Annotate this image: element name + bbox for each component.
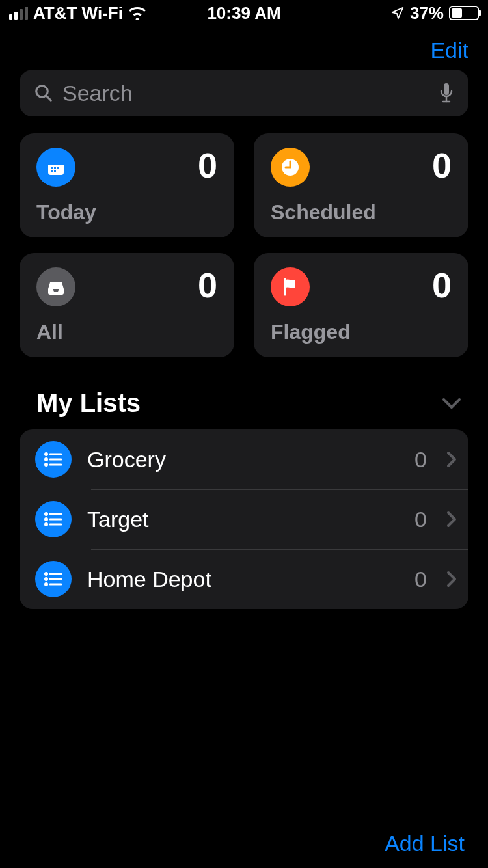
list-count: 0 <box>414 507 427 532</box>
status-bar: AT&T Wi-Fi 10:39 AM 37% <box>0 0 488 26</box>
svg-point-22 <box>46 519 47 521</box>
tile-flagged[interactable]: 0 Flagged <box>254 253 468 357</box>
svg-point-16 <box>46 459 47 461</box>
search-icon <box>34 83 53 103</box>
cell-signal-icon <box>9 7 28 20</box>
svg-rect-9 <box>54 167 56 169</box>
tile-today[interactable]: 0 Today <box>20 133 234 237</box>
list-row[interactable]: Home Depot 0 <box>20 549 468 609</box>
list-icon <box>35 561 72 597</box>
inbox-icon <box>36 267 75 306</box>
battery-icon <box>449 6 479 20</box>
svg-rect-11 <box>51 170 53 172</box>
list-name: Target <box>87 507 399 532</box>
tile-flagged-count: 0 <box>432 267 452 303</box>
clock-icon <box>271 148 310 187</box>
tile-scheduled[interactable]: 0 Scheduled <box>254 133 468 237</box>
tile-today-label: Today <box>36 200 217 224</box>
chevron-right-icon <box>446 511 457 528</box>
chevron-right-icon <box>446 451 457 468</box>
svg-rect-2 <box>444 83 449 95</box>
list-icon <box>35 441 72 478</box>
tile-all-count: 0 <box>198 267 217 303</box>
list-row[interactable]: Grocery 0 <box>20 429 468 489</box>
svg-rect-6 <box>48 161 64 165</box>
tile-scheduled-label: Scheduled <box>271 200 452 224</box>
tile-all[interactable]: 0 All <box>20 253 234 357</box>
list-icon <box>35 501 72 537</box>
carrier-label: AT&T Wi-Fi <box>33 3 123 23</box>
svg-point-24 <box>46 524 47 526</box>
chevron-right-icon <box>446 571 457 588</box>
tile-all-label: All <box>36 320 217 344</box>
svg-point-14 <box>46 454 47 455</box>
search-field[interactable] <box>20 70 468 116</box>
list-row[interactable]: Target 0 <box>20 489 468 549</box>
tile-today-count: 0 <box>198 148 217 183</box>
edit-button[interactable]: Edit <box>430 38 468 63</box>
tile-flagged-label: Flagged <box>271 320 452 344</box>
list-group: Grocery 0 Target 0 Home Depot 0 <box>20 429 468 609</box>
svg-point-18 <box>46 464 47 466</box>
tile-scheduled-count: 0 <box>432 148 452 183</box>
svg-point-20 <box>46 513 47 515</box>
battery-pct-label: 37% <box>410 3 444 23</box>
svg-point-26 <box>46 573 47 575</box>
list-name: Home Depot <box>87 567 399 592</box>
my-lists-heading: My Lists <box>36 388 141 418</box>
svg-rect-12 <box>54 170 56 172</box>
chevron-down-icon[interactable] <box>441 397 462 410</box>
wifi-icon <box>128 6 146 20</box>
svg-rect-8 <box>51 167 53 169</box>
flag-icon <box>271 267 310 306</box>
svg-point-28 <box>46 578 47 580</box>
search-input[interactable] <box>62 81 429 106</box>
svg-line-1 <box>46 96 51 100</box>
list-count: 0 <box>414 567 427 592</box>
list-name: Grocery <box>87 447 399 472</box>
add-list-button[interactable]: Add List <box>385 831 465 856</box>
list-count: 0 <box>414 447 427 472</box>
svg-point-30 <box>46 584 47 586</box>
location-icon <box>390 6 405 20</box>
dictation-icon[interactable] <box>439 82 454 104</box>
calendar-today-icon <box>36 148 75 187</box>
svg-rect-10 <box>57 167 59 169</box>
